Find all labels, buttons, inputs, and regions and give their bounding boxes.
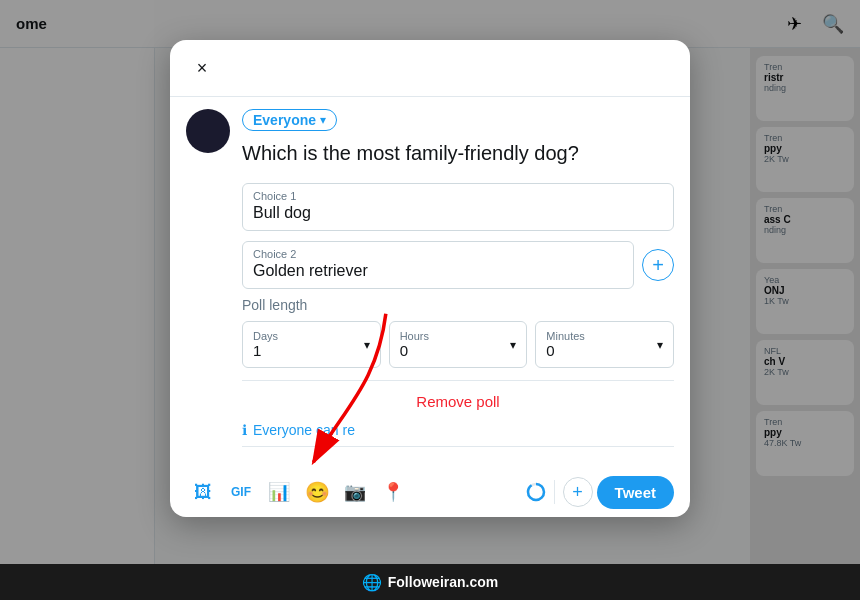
compose-modal: × Everyone ▾ Which is the most family-fr… — [170, 40, 690, 517]
location-icon: 📍 — [382, 481, 404, 503]
hours-label: Hours — [400, 330, 429, 342]
reply-setting-text: Everyone can re — [253, 422, 355, 438]
gif-icon: GIF — [231, 485, 251, 499]
days-selector[interactable]: Days 1 ▾ — [242, 321, 381, 368]
days-inner: Days 1 — [253, 330, 278, 359]
location-button[interactable]: 📍 — [376, 475, 410, 509]
modal-header: × — [170, 40, 690, 97]
poll-question: Which is the most family-friendly dog? — [242, 139, 674, 167]
chevron-down-icon: ▾ — [320, 113, 326, 127]
hours-chevron-icon: ▾ — [510, 338, 516, 352]
camera-icon: 📷 — [344, 481, 366, 503]
globe-icon: 🌐 — [362, 573, 382, 592]
toolbar-divider — [554, 480, 555, 504]
choice2-input[interactable] — [253, 262, 623, 280]
image-button[interactable]: 🖼 — [186, 475, 220, 509]
poll-duration-row: Days 1 ▾ Hours 0 ▾ — [242, 321, 674, 368]
choice2-label: Choice 2 — [253, 248, 623, 260]
remove-poll-row: Remove poll — [242, 380, 674, 414]
minutes-selector[interactable]: Minutes 0 ▾ — [535, 321, 674, 368]
avatar — [186, 109, 230, 153]
reply-setting: ℹ Everyone can re — [242, 414, 674, 447]
days-chevron-icon: ▾ — [364, 338, 370, 352]
hours-value: 0 — [400, 342, 429, 359]
days-label: Days — [253, 330, 278, 342]
image-icon: 🖼 — [194, 482, 212, 503]
choice1-label: Choice 1 — [253, 190, 663, 202]
hours-inner: Hours 0 — [400, 330, 429, 359]
hours-selector[interactable]: Hours 0 ▾ — [389, 321, 528, 368]
char-indicator — [526, 482, 546, 502]
choice2-row: Choice 2 + — [242, 241, 674, 289]
camera-button[interactable]: 📷 — [338, 475, 372, 509]
add-choice-button[interactable]: + — [642, 249, 674, 281]
add-tweet-button[interactable]: + — [563, 477, 593, 507]
minutes-chevron-icon: ▾ — [657, 338, 663, 352]
bottom-bar: 🌐 Followeiran.com — [0, 564, 860, 600]
poll-icon: 📊 — [268, 481, 290, 503]
modal-overlay: × Everyone ▾ Which is the most family-fr… — [0, 0, 860, 600]
audience-label: Everyone — [253, 112, 316, 128]
choice1-field: Choice 1 — [242, 183, 674, 231]
choice1-input[interactable] — [253, 204, 663, 222]
emoji-icon: 😊 — [305, 480, 330, 504]
gif-button[interactable]: GIF — [224, 475, 258, 509]
modal-toolbar: 🖼 GIF 📊 😊 📷 📍 — [170, 467, 690, 517]
audience-selector[interactable]: Everyone ▾ — [242, 109, 337, 131]
compose-right: Everyone ▾ Which is the most family-frie… — [242, 109, 674, 447]
remove-poll-button[interactable]: Remove poll — [408, 389, 507, 414]
days-value: 1 — [253, 342, 278, 359]
info-icon: ℹ — [242, 422, 247, 438]
poll-length-section: Poll length Days 1 ▾ — [242, 297, 674, 368]
close-icon: × — [197, 58, 208, 79]
close-button[interactable]: × — [186, 52, 218, 84]
tweet-button[interactable]: Tweet — [597, 476, 674, 509]
choice2-wrapper: Choice 2 — [242, 241, 634, 289]
choice2-field: Choice 2 — [242, 241, 634, 289]
poll-button[interactable]: 📊 — [262, 475, 296, 509]
minutes-label: Minutes — [546, 330, 585, 342]
plus-icon: + — [572, 482, 583, 503]
svg-point-1 — [528, 484, 544, 500]
poll-length-title: Poll length — [242, 297, 674, 313]
bottom-bar-text: Followeiran.com — [388, 574, 498, 590]
emoji-button[interactable]: 😊 — [300, 475, 334, 509]
minutes-inner: Minutes 0 — [546, 330, 585, 359]
compose-area: Everyone ▾ Which is the most family-frie… — [186, 97, 674, 455]
minutes-value: 0 — [546, 342, 585, 359]
modal-body: Everyone ▾ Which is the most family-frie… — [170, 97, 690, 467]
